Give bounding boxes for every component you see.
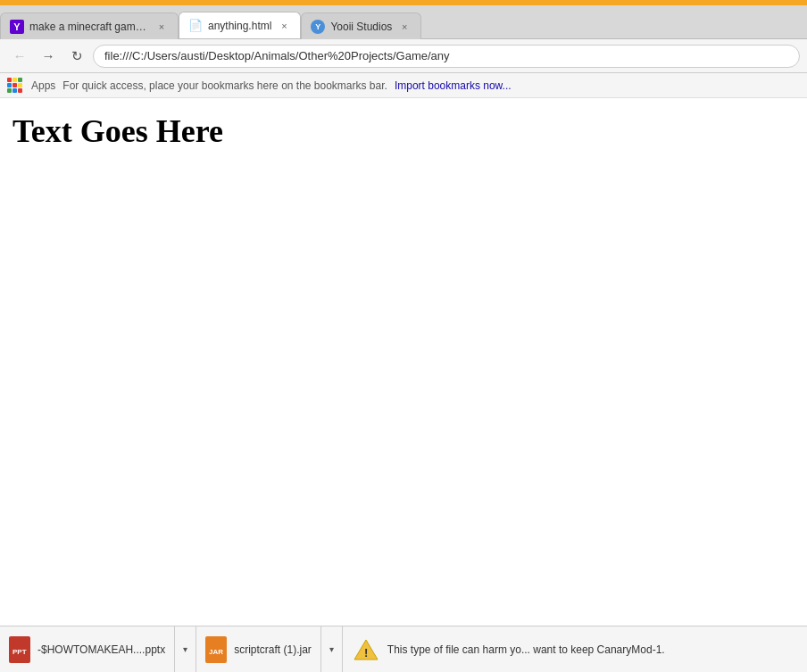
tab-html[interactable]: 📄 anything.html × bbox=[179, 12, 301, 38]
back-button[interactable]: ← bbox=[7, 44, 32, 69]
page-heading: Text Goes Here bbox=[12, 112, 795, 150]
download-warning: ! This type of file can harm yo... want … bbox=[343, 626, 807, 672]
apps-dot bbox=[12, 78, 17, 82]
forward-button[interactable]: → bbox=[36, 44, 61, 69]
pptx-icon: PPT bbox=[9, 636, 30, 663]
apps-dot bbox=[7, 88, 12, 93]
download-bar: PPT -$HOWTOMAKEAH....pptx ▾ JAR scriptcr… bbox=[0, 626, 807, 672]
apps-dot bbox=[7, 78, 12, 82]
address-input[interactable] bbox=[93, 45, 800, 68]
html-favicon: 📄 bbox=[188, 19, 203, 33]
tab-yahoo-close[interactable]: × bbox=[154, 20, 169, 34]
yooii-favicon: Y bbox=[311, 20, 325, 34]
pptx-chevron[interactable]: ▾ bbox=[174, 626, 196, 672]
jar-filename: scriptcraft (1).jar bbox=[234, 643, 312, 656]
tab-bar: Y make a minecraft game i... × 📄 anythin… bbox=[0, 5, 807, 39]
warning-icon: ! bbox=[354, 637, 379, 662]
pptx-filename: -$HOWTOMAKEAH....pptx bbox=[37, 643, 165, 656]
download-item-pptx: PPT -$HOWTOMAKEAH....pptx ▾ bbox=[0, 626, 196, 672]
apps-dot bbox=[18, 83, 22, 87]
tab-yahoo-title: make a minecraft game i... bbox=[29, 21, 149, 33]
reload-button[interactable]: ↻ bbox=[64, 44, 89, 69]
address-bar-area: ← → ↻ bbox=[0, 39, 807, 73]
bookmark-prompt-text: For quick access, place your bookmarks h… bbox=[62, 79, 387, 92]
jar-icon: JAR bbox=[205, 636, 227, 663]
svg-text:PPT: PPT bbox=[12, 648, 27, 656]
svg-text:!: ! bbox=[364, 646, 368, 660]
download-pptx-button[interactable]: PPT -$HOWTOMAKEAH....pptx bbox=[0, 626, 174, 672]
tab-html-title: anything.html bbox=[208, 20, 271, 32]
apps-grid-icon bbox=[7, 78, 22, 93]
import-bookmarks-link[interactable]: Import bookmarks now... bbox=[395, 79, 512, 92]
warning-text: This type of file can harm yo... want to… bbox=[387, 643, 665, 656]
apps-dot bbox=[12, 88, 17, 93]
apps-dot bbox=[12, 83, 17, 87]
download-item-jar: JAR scriptcraft (1).jar ▾ bbox=[196, 626, 343, 672]
tab-yooii[interactable]: Y Yooii Studios × bbox=[301, 12, 421, 39]
page-content: Text Goes Here bbox=[0, 98, 807, 626]
apps-dot bbox=[18, 78, 22, 82]
download-jar-button[interactable]: JAR scriptcraft (1).jar bbox=[196, 626, 320, 672]
svg-text:JAR: JAR bbox=[209, 648, 223, 656]
jar-chevron[interactable]: ▾ bbox=[320, 626, 342, 672]
tab-yahoo[interactable]: Y make a minecraft game i... × bbox=[0, 12, 179, 39]
apps-label[interactable]: Apps bbox=[31, 79, 55, 92]
apps-dot bbox=[7, 83, 12, 87]
bookmarks-bar: Apps For quick access, place your bookma… bbox=[0, 73, 807, 98]
tab-html-close[interactable]: × bbox=[277, 19, 291, 33]
tab-yooii-close[interactable]: × bbox=[397, 20, 412, 34]
yahoo-favicon: Y bbox=[10, 20, 24, 34]
apps-dot bbox=[18, 88, 22, 93]
tab-yooii-title: Yooii Studios bbox=[330, 21, 392, 33]
